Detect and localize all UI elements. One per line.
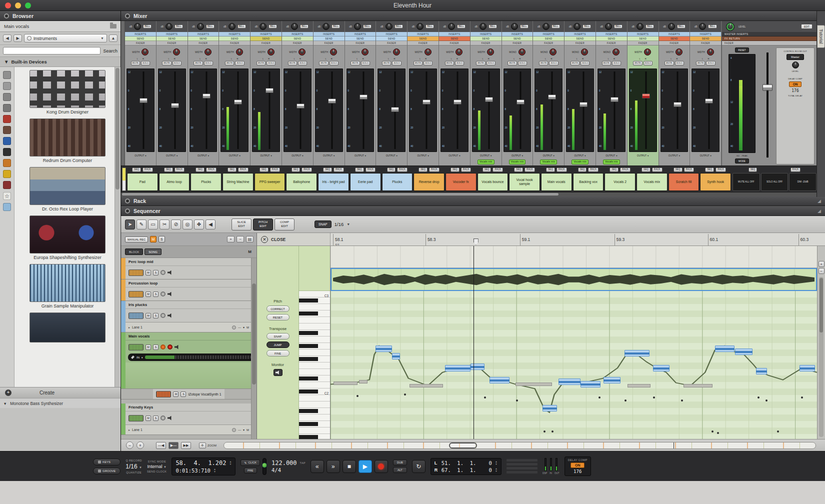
send-section[interactable]: SEND xyxy=(533,36,564,41)
block-button[interactable]: BLOCK xyxy=(125,248,143,255)
channel-fader[interactable] xyxy=(642,94,650,98)
width-knob[interactable] xyxy=(362,48,368,56)
track-lane[interactable]: ▸ Lane 1 — ▾ M ✕ xyxy=(126,424,256,434)
master-fader[interactable] xyxy=(760,48,775,164)
channel-tab-name[interactable]: Main vocals xyxy=(541,173,572,191)
track-record-arm[interactable] xyxy=(160,313,166,318)
send-section[interactable]: SEND xyxy=(502,36,533,41)
track-solo-button[interactable]: S xyxy=(153,416,158,421)
mute-button[interactable]: MUTE xyxy=(508,61,516,66)
fader-section[interactable]: FADER xyxy=(659,41,690,46)
seq-button[interactable]: SEQ xyxy=(132,168,141,172)
mixer-collapse-icon[interactable] xyxy=(125,14,130,18)
groove-button[interactable]: GROOVE xyxy=(93,468,120,474)
seq-button[interactable]: SEQ xyxy=(705,168,714,172)
rack-button[interactable]: RACK xyxy=(238,168,248,172)
channel-tab-name[interactable]: Synth hook xyxy=(700,173,731,191)
parent-folder-button[interactable]: ▲ xyxy=(109,34,118,42)
channel-tab-name[interactable]: PPG sweeper xyxy=(254,173,286,191)
zoom-in-button[interactable]: + xyxy=(136,442,144,449)
send-section[interactable]: SEND xyxy=(156,36,188,41)
gain-knob[interactable] xyxy=(354,23,361,30)
fader-section[interactable]: FADER xyxy=(408,41,438,46)
piano-key[interactable] xyxy=(299,324,330,330)
gain-knob[interactable] xyxy=(134,23,141,30)
channel-meter[interactable]: 12 0 8 20 40 xyxy=(692,68,720,152)
channel-tab-name[interactable]: Iris - bright pad xyxy=(318,173,349,191)
width-knob[interactable] xyxy=(268,48,274,56)
fader-section[interactable]: FADER xyxy=(250,41,282,46)
fader-section[interactable]: FADER xyxy=(282,41,313,46)
send-section[interactable]: SEND xyxy=(659,36,690,41)
solo-button[interactable]: SOLO xyxy=(644,61,652,66)
fader-section[interactable]: FADER xyxy=(345,41,376,46)
global-mute-button[interactable]: M xyxy=(150,236,156,242)
mixer-global-button[interactable]: DIM -20dB xyxy=(789,173,816,191)
track-input-fader[interactable]: IN ▾ xyxy=(128,354,254,361)
output-selector[interactable]: OUTPUT ▾ xyxy=(596,153,627,158)
bell-button[interactable]: BELL xyxy=(677,24,686,29)
solo-button[interactable]: SOLO xyxy=(455,61,464,66)
track-record-arm[interactable] xyxy=(160,416,166,420)
mute-button[interactable]: MUTE xyxy=(288,61,297,66)
bell-button[interactable]: BELL xyxy=(520,24,528,29)
channel-tab-name[interactable]: Reverse drop xyxy=(414,173,444,191)
fader-section[interactable]: FADER xyxy=(156,41,188,46)
browser-scrollbar[interactable] xyxy=(114,67,120,387)
mute-button[interactable]: MUTE xyxy=(382,61,391,66)
browser-collapse-icon[interactable] xyxy=(4,14,9,18)
fader-section[interactable]: FADER xyxy=(219,41,250,46)
automation-icon[interactable]: ~ xyxy=(236,236,244,242)
pre-button[interactable]: PRE xyxy=(244,468,257,474)
gain-knob[interactable] xyxy=(448,23,455,30)
control-room-level-knob[interactable] xyxy=(792,62,799,68)
channel-meter[interactable]: 12 0 8 20 40 xyxy=(126,68,154,152)
channel-meter[interactable]: 12 0 8 20 40 xyxy=(315,68,343,152)
send-section[interactable]: SEND xyxy=(564,36,596,41)
gain-knob[interactable] xyxy=(511,23,518,30)
master-edit-button[interactable]: EDIT xyxy=(801,24,812,29)
output-selector[interactable]: OUTPUT ▾ xyxy=(282,153,313,158)
quantize-value[interactable]: 1/16 ▼ xyxy=(126,463,142,470)
seq-button[interactable]: SEQ xyxy=(260,168,268,172)
channel-fader[interactable] xyxy=(328,98,336,104)
rack-button[interactable]: RACK xyxy=(461,168,472,172)
sequencer-header[interactable]: Sequencer ◢ xyxy=(121,206,825,216)
song-button[interactable]: SONG xyxy=(144,248,162,255)
seq-button[interactable]: SEQ xyxy=(610,168,618,172)
lane-disclosure-icon[interactable]: ▸ xyxy=(128,326,130,329)
width-knob[interactable] xyxy=(518,48,526,56)
fader-section[interactable]: FADER xyxy=(690,41,721,46)
device-solo-button[interactable]: S xyxy=(180,392,186,397)
bell-button[interactable]: BELL xyxy=(394,24,403,29)
vertical-zoom-in-button[interactable]: + xyxy=(818,261,824,267)
song-position-time[interactable]: 0:01:53:710 xyxy=(176,468,210,474)
click-button[interactable]: ✎CLICK xyxy=(240,460,260,466)
rack-button[interactable]: RACK xyxy=(588,168,598,172)
fader-section[interactable]: FADER xyxy=(188,41,219,46)
width-knob[interactable] xyxy=(393,48,400,56)
channel-fader[interactable] xyxy=(296,104,304,108)
master-fader-section[interactable]: FADER xyxy=(722,41,816,46)
solo-button[interactable]: SOLO xyxy=(580,61,590,66)
output-assignment[interactable]: Vocals mix xyxy=(509,160,526,164)
rack-button[interactable]: RACK xyxy=(334,168,344,172)
transpose-jump-button[interactable]: JUMP xyxy=(266,342,290,348)
solo-button[interactable]: SOLO xyxy=(486,61,496,66)
send-section[interactable]: SEND xyxy=(219,36,250,41)
channel-meter[interactable]: 12 0 8 20 40 xyxy=(190,68,218,152)
mute-button[interactable]: MUTE xyxy=(602,61,611,66)
bell-button[interactable]: BELL xyxy=(426,24,434,29)
fader-section[interactable]: FADER xyxy=(628,41,658,46)
solo-button[interactable]: SOLO xyxy=(392,61,401,66)
pitch-correct-button[interactable]: CORRECT xyxy=(266,306,290,312)
track-speaker-icon[interactable] xyxy=(168,292,172,296)
send-section[interactable]: SEND xyxy=(345,36,376,41)
channel-meter[interactable]: 12 0 8 20 40 xyxy=(472,68,500,152)
seq-button[interactable]: SEQ xyxy=(196,168,204,172)
stop-button[interactable]: ■ xyxy=(342,460,356,473)
channel-meter[interactable]: 12 0 8 20 40 xyxy=(629,68,657,152)
piano-key[interactable] xyxy=(299,317,330,324)
device-list-item[interactable]: Kong Drum Designer xyxy=(30,70,106,114)
seq-button[interactable]: SEQ xyxy=(578,168,587,172)
